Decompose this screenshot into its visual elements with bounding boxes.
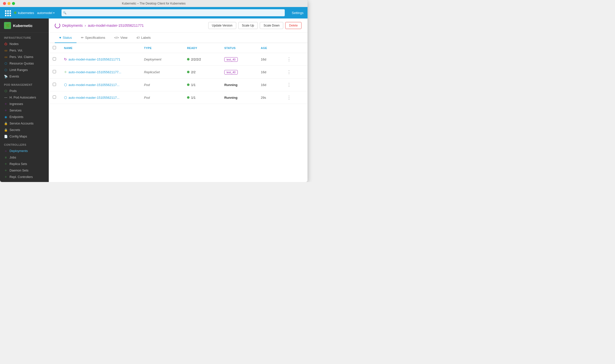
row-name-cell: ✧ auto-model-master-151055621177...	[60, 66, 140, 78]
scale-down-button[interactable]: Scale Down	[260, 22, 283, 29]
col-header-type: TYPE	[140, 43, 183, 53]
row-checkbox-cell	[49, 91, 60, 104]
sidebar-item-deployments[interactable]: ○ Deployments	[0, 148, 49, 154]
sidebar-item-repl-controllers[interactable]: ✧ Repl. Controllers	[0, 174, 49, 180]
configmap-icon: 📄	[4, 135, 8, 138]
sidebar-item-pods[interactable]: ⬡ Pods	[0, 88, 49, 94]
row-type-cell: ReplicaSet	[140, 66, 183, 78]
col-header-age: AGE	[257, 43, 281, 53]
row-checkbox[interactable]	[53, 57, 56, 60]
sidebar-item-services[interactable]: ✧ Services	[0, 107, 49, 114]
sidebar-item-config-maps[interactable]: 📄 Config Maps	[0, 133, 49, 140]
row-ready-cell: 1/1	[183, 91, 220, 104]
row-more-button[interactable]: ⋮	[285, 56, 293, 62]
jobs-icon: ≡	[4, 156, 8, 159]
row-name-link[interactable]: auto-model-master-151055621177...	[68, 70, 121, 74]
row-age-cell: 16d	[257, 53, 281, 66]
update-version-button[interactable]: Update Version	[208, 22, 236, 29]
sidebar-item-pers-vol-claims[interactable]: ▭ Pers. Vol. Claims	[0, 54, 49, 60]
row-menu-cell: ⋮	[281, 91, 308, 104]
sidebar-item-resource-quotas[interactable]: ⬡ Resource Quotas	[0, 60, 49, 67]
sidebar-item-label: Events	[10, 75, 19, 78]
delete-button[interactable]: Delete	[285, 22, 302, 29]
row-name-link[interactable]: auto-model-master-15105562117...	[68, 96, 120, 100]
content-area: Deployments › auto-model-master-15105562…	[49, 18, 308, 182]
tab-specifications[interactable]: ✏ Specifications	[76, 33, 110, 43]
sidebar-item-nodes[interactable]: ⏻ Nodes	[0, 41, 49, 47]
breadcrumb: Deployments › auto-model-master-15105562…	[55, 23, 144, 28]
sidebar-item-service-accounts[interactable]: 🔒 Service Accounts	[0, 120, 49, 127]
row-more-button[interactable]: ⋮	[285, 69, 293, 75]
row-type-cell: Deployment	[140, 53, 183, 66]
section-label-infrastructure: Infrastructure	[0, 33, 49, 41]
endpoints-icon: ◉	[4, 115, 8, 119]
search-bar	[62, 9, 285, 16]
col-header-name[interactable]: NAME	[60, 43, 140, 53]
row-checkbox[interactable]	[53, 96, 56, 99]
tab-label: Labels	[141, 36, 151, 40]
tab-label: Status	[63, 36, 72, 40]
tab-label: Specifications	[85, 36, 105, 40]
table-row: ⬡ auto-model-master-15105562117... Pod 1…	[49, 91, 308, 104]
sidebar-item-jobs[interactable]: ≡ Jobs	[0, 154, 49, 161]
ready-value: 1/1	[191, 83, 196, 87]
row-name-link[interactable]: auto-model-master-15105562117...	[68, 83, 120, 87]
view-tab-icon: </>	[114, 36, 119, 40]
quota-icon: ⬡	[4, 62, 8, 65]
namespace-selector[interactable]: automodel ▾	[37, 11, 54, 15]
row-menu-cell: ⋮	[281, 66, 308, 78]
sidebar-item-endpoints[interactable]: ◉ Endpoints	[0, 114, 49, 120]
sidebar-item-label: Service Accounts	[10, 122, 34, 125]
status-text: Running	[224, 96, 238, 100]
select-all-header	[49, 43, 60, 53]
section-label-controllers: Controllers	[0, 140, 49, 148]
tab-label: View	[120, 36, 128, 40]
col-header-actions	[281, 43, 308, 53]
table-row: ↻ auto-model-master-1510556211771 Deploy…	[49, 53, 308, 66]
search-input[interactable]	[62, 9, 285, 16]
sidebar-item-label: Deployments	[10, 149, 28, 153]
sidebar-item-replica-sets[interactable]: ✧ Replica Sets	[0, 161, 49, 167]
disk-icon: ▭	[4, 49, 8, 52]
sidebar-item-label: H. Pod Autoscalers	[10, 96, 36, 99]
tab-view[interactable]: </> View	[110, 33, 132, 43]
sidebar-item-label: Pers. Vol. Claims	[10, 55, 33, 59]
ready-value: 2/2	[191, 70, 196, 74]
sidebar-item-label: Nodes	[10, 42, 18, 46]
row-checkbox[interactable]	[53, 83, 56, 86]
scale-up-button[interactable]: Scale Up	[238, 22, 258, 29]
sidebar-item-secrets[interactable]: 🔒 Secrets	[0, 127, 49, 133]
services-icon: ✧	[4, 109, 8, 112]
ready-dot	[187, 71, 190, 73]
ready-dot	[187, 84, 190, 86]
limit-icon: ⬡	[4, 68, 8, 72]
cluster-badge[interactable]: kubernetes	[14, 11, 34, 15]
sidebar-item-ingresses[interactable]: ✧ Ingresses	[0, 101, 49, 107]
select-all-checkbox[interactable]	[53, 46, 56, 49]
sidebar-item-h-pod-autoscalers[interactable]: — H. Pod Autoscalers	[0, 94, 49, 101]
breadcrumb-parent[interactable]: Deployments	[62, 24, 83, 28]
row-checkbox-cell	[49, 53, 60, 66]
top-bar: kubernetes automodel ▾ Settings	[0, 7, 308, 18]
apps-icon[interactable]	[4, 9, 11, 16]
tab-status[interactable]: ♥ Status	[55, 33, 76, 43]
close-button[interactable]	[3, 2, 6, 5]
daemonset-icon: ✧	[4, 169, 8, 172]
events-icon: 📡	[4, 75, 8, 78]
tab-labels[interactable]: 🏷 Labels	[132, 33, 155, 43]
row-checkbox[interactable]	[53, 70, 56, 73]
row-more-button[interactable]: ⋮	[285, 82, 293, 88]
minimize-button[interactable]	[8, 2, 10, 5]
row-more-button[interactable]: ⋮	[285, 94, 293, 101]
sidebar-item-limit-ranges[interactable]: ⬡ Limit Ranges	[0, 67, 49, 73]
settings-button[interactable]: Settings	[292, 11, 304, 15]
sidebar-item-daemon-sets[interactable]: ✧ Daemon Sets	[0, 167, 49, 174]
sidebar-item-label: Secrets	[10, 128, 20, 132]
main-layout: 🌿 Kubernetic Infrastructure ⏻ Nodes ▭ Pe…	[0, 18, 308, 182]
sidebar-item-events[interactable]: 📡 Events	[0, 73, 49, 80]
status-text: Running	[224, 83, 238, 87]
row-name-link[interactable]: auto-model-master-1510556211771	[68, 58, 120, 61]
sidebar-item-pers-vol[interactable]: ▭ Pers. Vol.	[0, 47, 49, 54]
maximize-button[interactable]	[12, 2, 15, 5]
autoscale-icon: —	[4, 96, 8, 99]
